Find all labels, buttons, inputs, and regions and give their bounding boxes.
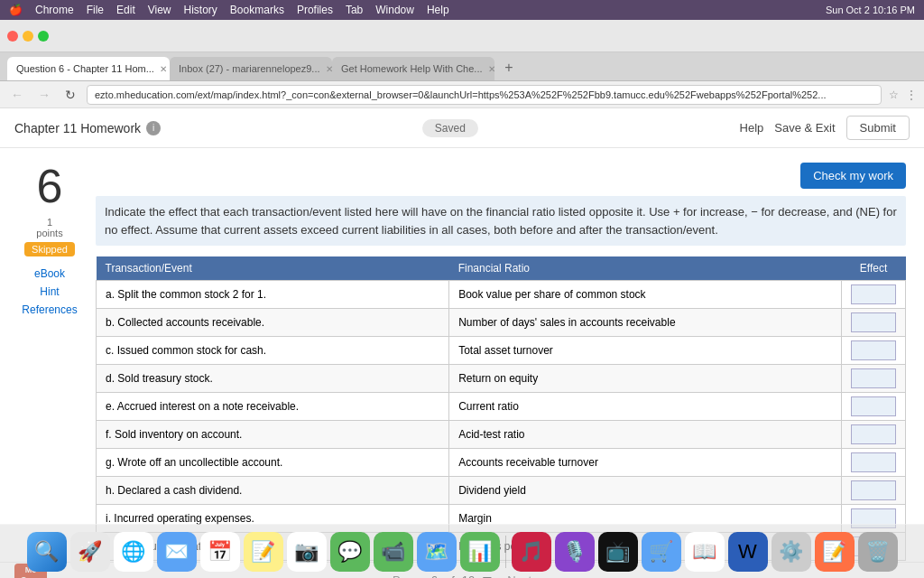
- apple-menu[interactable]: 🍎: [9, 4, 23, 16]
- tab-inbox[interactable]: Inbox (27) - mariarennelopez9... ✕: [170, 57, 332, 80]
- close-button[interactable]: [7, 31, 18, 42]
- edit-menu[interactable]: Edit: [116, 4, 135, 16]
- dock-music[interactable]: 🎵: [512, 532, 551, 572]
- dock-sublime[interactable]: 📝: [815, 532, 855, 572]
- effect-input-3[interactable]: [851, 368, 896, 388]
- effect-cell: [842, 421, 906, 449]
- nav-right: Help Save & Exit Submit: [740, 116, 910, 140]
- reload-button[interactable]: ↻: [61, 86, 79, 104]
- dock-photos[interactable]: 📷: [287, 532, 327, 572]
- saved-badge: Saved: [422, 119, 478, 137]
- ratio-cell: Acid-test ratio: [449, 421, 842, 449]
- back-button[interactable]: ←: [7, 86, 27, 104]
- mac-time: Sun Oct 2 10:16 PM: [826, 5, 915, 15]
- effect-cell: [842, 309, 906, 337]
- history-menu[interactable]: History: [184, 4, 217, 16]
- dock-mail[interactable]: ✉️: [157, 532, 197, 572]
- forward-button[interactable]: →: [34, 86, 54, 104]
- dock-maps[interactable]: 🗺️: [417, 532, 457, 572]
- info-icon[interactable]: i: [146, 121, 161, 135]
- new-tab-button[interactable]: +: [498, 57, 520, 79]
- effect-cell: [842, 449, 906, 477]
- profiles-menu[interactable]: Profiles: [297, 4, 333, 16]
- table-header-transaction: Transaction/Event: [97, 256, 449, 281]
- hint-link[interactable]: Hint: [40, 285, 59, 298]
- chapter-title-text: Chapter 11 Homework: [14, 121, 141, 135]
- ebook-link[interactable]: eBook: [34, 267, 65, 280]
- browser-controls: [0, 20, 924, 52]
- question-area: 6 1 points Skipped eBook Hint References…: [0, 148, 924, 575]
- dock-trash[interactable]: 🗑️: [858, 532, 898, 572]
- table-row: c. Issued common stock for cash. Total a…: [97, 337, 906, 365]
- tab-active[interactable]: Question 6 - Chapter 11 Hom... ✕: [7, 57, 170, 80]
- mac-menu-items[interactable]: 🍎 Chrome File Edit View History Bookmark…: [9, 4, 449, 16]
- effect-input-6[interactable]: [851, 452, 896, 472]
- dock-settings[interactable]: ⚙️: [772, 532, 811, 572]
- tab-homework-help[interactable]: Get Homework Help With Che... ✕: [332, 57, 494, 80]
- tab-close-inbox[interactable]: ✕: [326, 64, 332, 74]
- dock-chrome[interactable]: 🌐: [114, 532, 153, 572]
- effect-cell: [842, 477, 906, 505]
- maximize-button[interactable]: [38, 31, 49, 42]
- dock-finder[interactable]: 🔍: [27, 532, 67, 572]
- question-instruction: Indicate the effect that each transactio…: [96, 196, 906, 246]
- mac-menu-bar: 🍎 Chrome File Edit View History Bookmark…: [0, 0, 924, 20]
- top-navigation: Chapter 11 Homework i Saved Help Save & …: [0, 108, 924, 148]
- points-value: 1: [24, 217, 75, 228]
- dock-appstore[interactable]: 🛒: [642, 532, 681, 572]
- table-row: h. Declared a cash dividend. Dividend yi…: [97, 477, 906, 505]
- transaction-cell: d. Sold treasury stock.: [97, 365, 449, 393]
- dock-word[interactable]: W: [728, 532, 768, 572]
- bookmark-star-icon[interactable]: ☆: [889, 89, 899, 101]
- dock-facetime[interactable]: 📹: [374, 532, 413, 572]
- dock-messages[interactable]: 💬: [330, 532, 370, 572]
- effect-input-1[interactable]: [851, 312, 896, 332]
- window-menu[interactable]: Window: [375, 4, 414, 16]
- effect-cell: [842, 365, 906, 393]
- save-exit-button[interactable]: Save & Exit: [774, 121, 835, 135]
- effect-input-7[interactable]: [851, 480, 896, 500]
- table-row: f. Sold inventory on account. Acid-test …: [97, 421, 906, 449]
- dock-calendar[interactable]: 📅: [200, 532, 240, 572]
- check-my-work-button[interactable]: Check my work: [800, 163, 906, 189]
- traffic-lights[interactable]: [7, 31, 49, 42]
- transaction-cell: b. Collected accounts receivable.: [97, 309, 449, 337]
- dock-tv[interactable]: 📺: [598, 532, 638, 572]
- minimize-button[interactable]: [23, 31, 33, 42]
- ratio-cell: Number of days' sales in accounts receiv…: [449, 309, 842, 337]
- dock-divider: [505, 536, 506, 568]
- tab-close-help[interactable]: ✕: [488, 64, 495, 74]
- dock-podcasts[interactable]: 🎙️: [555, 532, 595, 572]
- ratio-table: Transaction/Event Financial Ratio Effect…: [96, 256, 906, 561]
- tab-menu[interactable]: Tab: [346, 4, 363, 16]
- right-column: Check my work Indicate the effect that e…: [96, 163, 906, 561]
- dock-dictionary[interactable]: 📖: [685, 532, 725, 572]
- chrome-menu[interactable]: Chrome: [35, 4, 74, 16]
- dock-launchpad[interactable]: 🚀: [70, 532, 110, 572]
- help-menu[interactable]: Help: [427, 4, 449, 16]
- dock-numbers[interactable]: 📊: [460, 532, 500, 572]
- submit-button[interactable]: Submit: [846, 116, 910, 140]
- bookmarks-menu[interactable]: Bookmarks: [230, 4, 284, 16]
- effect-input-0[interactable]: [851, 284, 896, 304]
- effect-cell: [842, 393, 906, 421]
- chapter-title: Chapter 11 Homework i: [14, 121, 161, 135]
- effect-input-5[interactable]: [851, 424, 896, 444]
- references-link[interactable]: References: [22, 303, 77, 316]
- table-row: g. Wrote off an uncollectible account. A…: [97, 449, 906, 477]
- help-link[interactable]: Help: [740, 121, 764, 135]
- file-menu[interactable]: File: [87, 4, 104, 16]
- address-input[interactable]: [87, 85, 882, 105]
- mac-dock: 🔍 🚀 🌐 ✉️ 📅 📝 📷 💬 📹 🗺️ 📊 🎵 🎙️ 📺 🛒 📖 W ⚙️ …: [0, 524, 924, 578]
- view-menu[interactable]: View: [148, 4, 171, 16]
- sidebar-links: eBook Hint References: [22, 267, 77, 316]
- mac-status-bar: Sun Oct 2 10:16 PM: [826, 5, 915, 15]
- effect-cell: [842, 281, 906, 309]
- effect-input-4[interactable]: [851, 396, 896, 416]
- more-icon[interactable]: ⋮: [906, 89, 917, 101]
- tab-close-active[interactable]: ✕: [160, 64, 167, 74]
- effect-input-2[interactable]: [851, 340, 896, 360]
- dock-notes[interactable]: 📝: [244, 532, 283, 572]
- tab-inbox-label: Inbox (27) - mariarennelopez9...: [179, 63, 320, 74]
- tab-active-label: Question 6 - Chapter 11 Hom...: [16, 63, 154, 74]
